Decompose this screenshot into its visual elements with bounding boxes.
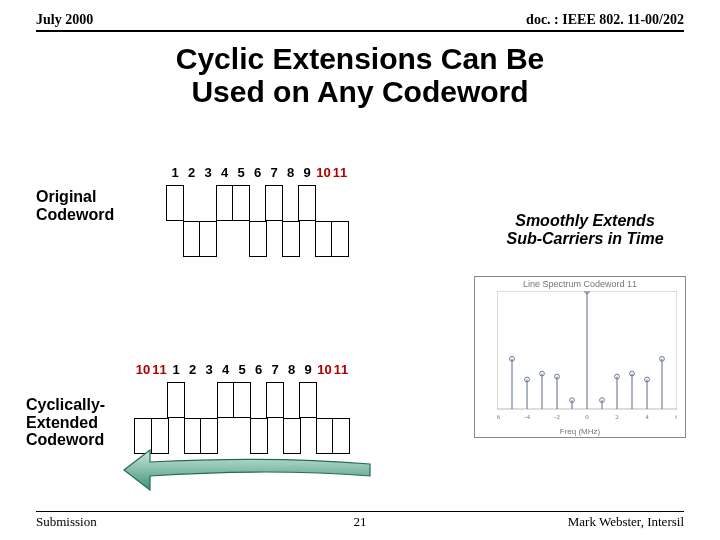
chip-bar (282, 221, 300, 257)
chip-label: 6 (249, 165, 267, 180)
spectrum-svg: 00.20.60.812 -6-4-20246 (497, 291, 677, 421)
label-original-codeword: Original Codeword (36, 188, 114, 223)
chip-bar (217, 382, 235, 418)
chip-label: 11 (331, 165, 349, 180)
chip-label: 2 (183, 165, 201, 180)
spectrum-plot: Line Spectrum Codeword 11 00.20.60.812 -… (474, 276, 686, 438)
svg-text:2: 2 (615, 413, 619, 421)
cyclic-arrow-icon (120, 446, 380, 498)
chip-bar (166, 185, 184, 221)
chip-label: 10 (316, 362, 334, 377)
chip-label: 11 (332, 362, 350, 377)
chip-bar (232, 185, 250, 221)
chip-label: 4 (217, 362, 235, 377)
chip-label: 9 (298, 165, 316, 180)
svg-text:-2: -2 (554, 413, 560, 421)
chip-bar (266, 382, 284, 418)
chip-label: 11 (151, 362, 169, 377)
chip-label: 7 (265, 165, 283, 180)
chip-bar (315, 221, 333, 257)
svg-text:-6: -6 (497, 413, 500, 421)
chip-label: 10 (134, 362, 152, 377)
svg-text:6: 6 (675, 413, 677, 421)
chip-label: 1 (167, 362, 185, 377)
footer-left: Submission (36, 514, 97, 530)
chip-bar (331, 221, 349, 257)
svg-text:-4: -4 (524, 413, 530, 421)
chip-label: 3 (199, 165, 217, 180)
chip-label: 4 (216, 165, 234, 180)
title-line-1: Cyclic Extensions Can Be (0, 42, 720, 75)
chip-label: 2 (184, 362, 202, 377)
chip-label: 1 (166, 165, 184, 180)
chip-label: 5 (233, 362, 251, 377)
spectrum-title: Line Spectrum Codeword 11 (475, 279, 685, 289)
chip-label: 7 (266, 362, 284, 377)
chip-label: 8 (283, 362, 301, 377)
chip-bar (233, 382, 251, 418)
header: July 2000 doc. : IEEE 802. 11-00/202 (36, 12, 684, 32)
header-date: July 2000 (36, 12, 93, 28)
chip-bar (299, 382, 317, 418)
chip-bar (183, 221, 201, 257)
chip-bar (167, 382, 185, 418)
chip-bar (249, 221, 267, 257)
chip-label: 9 (299, 362, 317, 377)
header-docnum: doc. : IEEE 802. 11-00/202 (526, 12, 684, 28)
chip-label: 3 (200, 362, 218, 377)
title-line-2: Used on Any Codeword (0, 75, 720, 108)
footer: Submission Mark Webster, Intersil (36, 511, 684, 530)
label-smooth-extends: Smoothly Extends Sub-Carriers in Time (480, 212, 690, 249)
svg-text:0: 0 (585, 413, 589, 421)
chip-label: 6 (250, 362, 268, 377)
spectrum-xlabel: Freq (MHz) (475, 427, 685, 436)
chip-bar (298, 185, 316, 221)
chip-label: 10 (315, 165, 333, 180)
label-cyclic-codeword: Cyclically- Extended Codeword (26, 396, 105, 449)
chip-bar (216, 185, 234, 221)
footer-right: Mark Webster, Intersil (568, 514, 684, 530)
chip-bar (265, 185, 283, 221)
chip-bar (199, 221, 217, 257)
slide-title: Cyclic Extensions Can Be Used on Any Cod… (0, 42, 720, 108)
chip-label: 5 (232, 165, 250, 180)
chip-label: 8 (282, 165, 300, 180)
svg-text:4: 4 (645, 413, 649, 421)
